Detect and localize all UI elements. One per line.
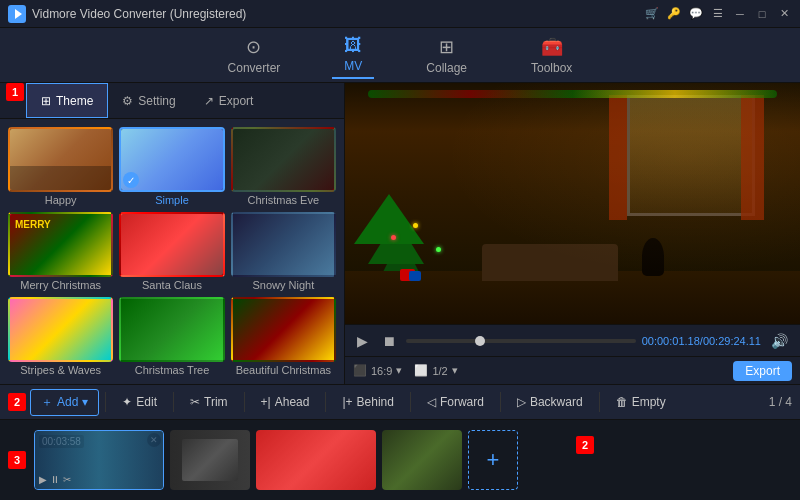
theme-item-christmas-tree[interactable]: Christmas Tree <box>119 297 224 376</box>
toolbar-sep-4 <box>325 392 326 412</box>
theme-item-beautiful-christmas[interactable]: Beautiful Christmas <box>231 297 336 376</box>
app-logo <box>8 5 26 23</box>
theme-tab-icon: ⊞ <box>41 94 51 108</box>
add-button[interactable]: ＋ Add ▾ <box>30 389 99 416</box>
cart-icon[interactable]: 🛒 <box>644 6 660 22</box>
add-label: Add <box>57 395 78 409</box>
timeline-clip-3[interactable] <box>256 430 376 490</box>
empty-icon: 🗑 <box>616 395 628 409</box>
backward-label: Backward <box>530 395 583 409</box>
time-display: 00:00:01.18/00:29:24.11 <box>642 335 761 347</box>
tab-collage-label: Collage <box>426 61 467 75</box>
preview-bottom: ⬛ 16:9 ▾ ⬜ 1/2 ▾ Export <box>345 356 800 384</box>
bottom-toolbar: 2 ＋ Add ▾ ✦ Edit ✂ Trim +| Ahead |+ Behi… <box>0 384 800 420</box>
timeline-clip-4[interactable] <box>382 430 462 490</box>
tab-mv[interactable]: 🖼 MV <box>332 31 374 79</box>
clip-cut-icon[interactable]: ✂ <box>63 474 71 485</box>
theme-thumb-santa <box>119 212 224 277</box>
clip-count: 1/2 <box>432 365 447 377</box>
menu-icon[interactable]: ☰ <box>710 6 726 22</box>
behind-button[interactable]: |+ Behind <box>332 391 404 413</box>
theme-tab-label: Theme <box>56 94 93 108</box>
maximize-icon[interactable]: □ <box>754 6 770 22</box>
theme-thumb-beautiful-christmas <box>231 297 336 362</box>
setting-tab-label: Setting <box>138 94 175 108</box>
app-title: Vidmore Video Converter (Unregistered) <box>32 7 644 21</box>
left-tab-setting[interactable]: ⚙ Setting <box>108 83 189 118</box>
clip-play-icon[interactable]: ▶ <box>39 474 47 485</box>
trim-label: Trim <box>204 395 228 409</box>
export-button[interactable]: Export <box>733 361 792 381</box>
tab-collage[interactable]: ⊞ Collage <box>414 32 479 79</box>
backward-icon: ▷ <box>517 395 526 409</box>
main-content: 1 ⊞ Theme ⚙ Setting ↗ Export <box>0 83 800 384</box>
theme-item-happy[interactable]: Happy <box>8 127 113 206</box>
window-controls: 🛒 🔑 💬 ☰ ─ □ ✕ <box>644 6 792 22</box>
clip-mute-icon[interactable]: ⏸ <box>50 474 60 485</box>
backward-button[interactable]: ▷ Backward <box>507 391 593 413</box>
progress-bar[interactable] <box>406 339 636 343</box>
tab-converter-label: Converter <box>228 61 281 75</box>
timeline-clip-1[interactable]: 00:03:58 ✕ ▶ ⏸ ✂ <box>34 430 164 490</box>
page-info: 1 / 4 <box>769 395 792 409</box>
theme-item-stripes-waves[interactable]: Stripes & Waves <box>8 297 113 376</box>
close-icon[interactable]: ✕ <box>776 6 792 22</box>
play-button[interactable]: ▶ <box>353 331 372 351</box>
trim-button[interactable]: ✂ Trim <box>180 391 238 413</box>
volume-button[interactable]: 🔊 <box>767 331 792 351</box>
edit-button[interactable]: ✦ Edit <box>112 391 167 413</box>
theme-thumb-stripes <box>8 297 113 362</box>
converter-icon: ⊙ <box>246 36 261 58</box>
forward-button[interactable]: ◁ Forward <box>417 391 494 413</box>
mv-icon: 🖼 <box>344 35 362 56</box>
ahead-label: Ahead <box>275 395 310 409</box>
theme-thumb-simple: ✓ <box>119 127 224 192</box>
preview-controls: ▶ ⏹ 00:00:01.18/00:29:24.11 🔊 <box>345 324 800 356</box>
theme-item-snowy-night[interactable]: Snowy Night <box>231 212 336 291</box>
timeline-clip-2[interactable] <box>170 430 250 490</box>
preview-area <box>345 83 800 324</box>
tab-mv-label: MV <box>344 59 362 73</box>
theme-thumb-snowy <box>231 212 336 277</box>
theme-item-santa-claus[interactable]: Santa Claus <box>119 212 224 291</box>
tab-converter[interactable]: ⊙ Converter <box>216 32 293 79</box>
title-bar: Vidmore Video Converter (Unregistered) 🛒… <box>0 0 800 28</box>
theme-label-santa-claus: Santa Claus <box>142 279 202 291</box>
clip-count-icon: ⬜ <box>414 364 428 377</box>
empty-button[interactable]: 🗑 Empty <box>606 391 676 413</box>
ratio-value: 16:9 <box>371 365 392 377</box>
theme-label-christmas-eve: Christmas Eve <box>248 194 320 206</box>
theme-label-stripes-waves: Stripes & Waves <box>20 364 101 376</box>
left-tab-theme[interactable]: ⊞ Theme <box>26 83 108 118</box>
add-clip-button[interactable]: + <box>468 430 518 490</box>
key-icon[interactable]: 🔑 <box>666 6 682 22</box>
clip-chevron: ▾ <box>452 364 458 377</box>
theme-item-christmas-eve[interactable]: Christmas Eve <box>231 127 336 206</box>
add-chevron: ▾ <box>82 395 88 409</box>
theme-item-simple[interactable]: ✓ Simple <box>119 127 224 206</box>
empty-label: Empty <box>632 395 666 409</box>
ahead-button[interactable]: +| Ahead <box>251 391 320 413</box>
left-tab-export[interactable]: ↗ Export <box>190 83 268 118</box>
trim-icon: ✂ <box>190 395 200 409</box>
behind-label: Behind <box>357 395 394 409</box>
tab-toolbox[interactable]: 🧰 Toolbox <box>519 32 584 79</box>
export-tab-icon: ↗ <box>204 94 214 108</box>
toolbar-sep-7 <box>599 392 600 412</box>
stop-button[interactable]: ⏹ <box>378 331 400 351</box>
preview-scene <box>345 83 800 324</box>
theme-thumb-happy <box>8 127 113 192</box>
ratio-select[interactable]: ⬛ 16:9 ▾ ⬜ 1/2 ▾ <box>353 364 458 377</box>
time-current: 00:00:01.18 <box>642 335 700 347</box>
toolbar-sep-3 <box>244 392 245 412</box>
theme-item-merry-christmas[interactable]: MERRY Merry Christmas <box>8 212 113 291</box>
behind-icon: |+ <box>342 395 352 409</box>
minimize-icon[interactable]: ─ <box>732 6 748 22</box>
edit-label: Edit <box>136 395 157 409</box>
theme-thumb-christmas-eve <box>231 127 336 192</box>
theme-label-christmas-tree: Christmas Tree <box>135 364 210 376</box>
theme-label-beautiful-christmas: Beautiful Christmas <box>236 364 331 376</box>
toolbox-icon: 🧰 <box>541 36 563 58</box>
edit-icon: ✦ <box>122 395 132 409</box>
chat-icon[interactable]: 💬 <box>688 6 704 22</box>
